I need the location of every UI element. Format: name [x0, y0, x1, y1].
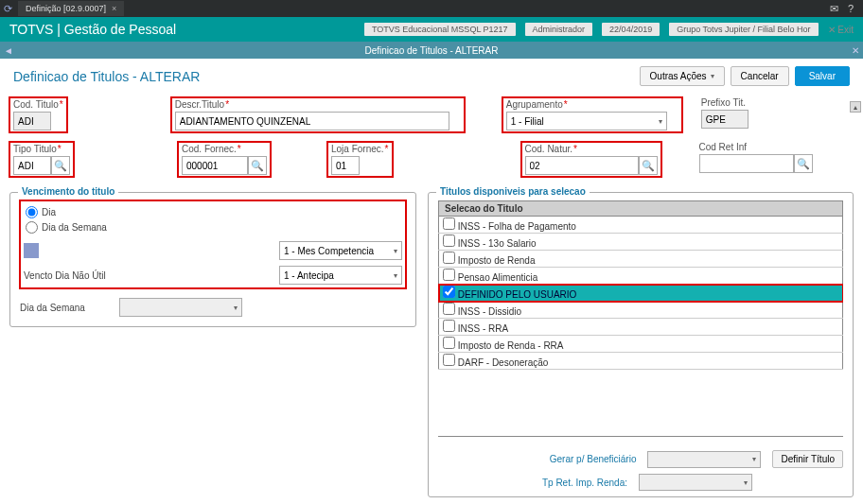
dia-semana-select[interactable]: [119, 298, 242, 317]
radio-dia-semana[interactable]: Dia da Semana: [26, 221, 400, 234]
row-checkbox[interactable]: [443, 235, 455, 247]
row-checkbox[interactable]: [443, 252, 455, 264]
field-cod-natur: Cod. Natur. 🔍: [521, 142, 661, 177]
scroll-up-icon[interactable]: ▴: [850, 101, 861, 113]
row-label: INSS - Folha de Pagamento: [455, 221, 576, 232]
page-title: Definicao de Titulos - ALTERAR: [13, 69, 200, 84]
vencimento-radio-group: Dia Dia da Semana: [24, 204, 402, 235]
agrupamento-select[interactable]: 1 - Filial: [506, 112, 667, 130]
cancel-button[interactable]: Cancelar: [731, 66, 789, 86]
vencimento-legend: Vencimento do titulo: [18, 186, 118, 197]
tipo-titulo-label: Tipo Titulo: [13, 144, 70, 154]
tp-ret-label: Tp Ret. Imp. Renda:: [542, 478, 627, 488]
dialog-title: Definicao de Titulos - ALTERAR: [365, 45, 499, 56]
row-label: INSS - 13o Salario: [455, 238, 537, 249]
table-row[interactable]: DEFINIDO PELO USUARIO: [439, 285, 843, 302]
cod-fornec-label: Cod. Fornec.: [182, 144, 267, 154]
company-chip: Grupo Totvs Jupiter / Filial Belo Hor: [669, 23, 818, 36]
row-checkbox[interactable]: [443, 286, 455, 298]
help-icon[interactable]: ?: [848, 3, 854, 15]
tab-definicao[interactable]: Definição [02.9.0007] ×: [18, 1, 124, 16]
titulos-legend: Titulos disponiveis para selecao: [436, 186, 590, 197]
app-title: TOTVS | Gestão de Pessoal: [9, 22, 176, 37]
table-row[interactable]: INSS - Folha de Pagamento: [439, 217, 843, 234]
cod-ret-label: Cod Ret Inf: [699, 142, 813, 152]
descr-titulo-input[interactable]: [175, 112, 449, 130]
vencto-select[interactable]: 1 - Antecipa: [279, 266, 402, 285]
prefixo-input[interactable]: [701, 110, 749, 129]
gerar-select[interactable]: [647, 451, 761, 468]
tab-bar: ⟳ Definição [02.9.0007] × ✉ ?: [0, 0, 863, 17]
vencto-label: Vencto Dia Não Útil: [24, 270, 114, 281]
row-checkbox[interactable]: [443, 337, 455, 349]
row-label: INSS - RRA: [455, 323, 508, 334]
field-prefixo: Prefixo Tit.: [701, 97, 749, 132]
row-checkbox[interactable]: [443, 217, 455, 230]
tp-ret-select[interactable]: [639, 474, 752, 491]
header-right: TOTVS Educacional MSSQL P1217 Administra…: [364, 23, 854, 36]
close-icon[interactable]: ×: [112, 4, 116, 13]
cod-ret-input[interactable]: [699, 154, 794, 173]
cod-natur-input[interactable]: [525, 156, 639, 175]
row-checkbox[interactable]: [443, 320, 455, 332]
dialog-titlebar: ◄ Definicao de Titulos - ALTERAR ✕: [0, 42, 863, 59]
cod-fornec-input[interactable]: [182, 156, 248, 175]
search-icon[interactable]: 🔍: [639, 156, 658, 175]
row-label: DARF - Desoneração: [455, 357, 548, 368]
system-icons: ✉ ?: [830, 3, 859, 15]
back-icon[interactable]: ◄: [4, 45, 13, 56]
app-header: TOTVS | Gestão de Pessoal TOTVS Educacio…: [0, 17, 863, 42]
refresh-icon[interactable]: ⟳: [4, 3, 12, 15]
definir-titulo-button[interactable]: Definir Título: [772, 450, 843, 468]
titulos-header: Selecao do Titulo: [439, 201, 843, 217]
search-icon[interactable]: 🔍: [51, 156, 70, 175]
table-row[interactable]: DARF - Desoneração: [439, 353, 843, 370]
outras-acoes-button[interactable]: Outras Ações: [640, 66, 725, 86]
field-cod-ret: Cod Ret Inf 🔍: [699, 142, 813, 177]
form-scrollbar[interactable]: ▴: [850, 101, 861, 113]
loja-fornec-label: Loja Fornec.: [331, 144, 389, 154]
titulos-fieldset: Titulos disponiveis para selecao Selecao…: [428, 192, 854, 497]
env-chip: TOTVS Educacional MSSQL P1217: [364, 23, 516, 36]
row-label: DEFINIDO PELO USUARIO: [455, 289, 576, 300]
form-area: ▴ Cod. Titulo Descr.Titulo Agrupamento 1…: [0, 94, 863, 190]
field-loja-fornec: Loja Fornec.: [327, 142, 393, 177]
descr-titulo-label: Descr.Titulo: [175, 99, 461, 110]
search-icon[interactable]: 🔍: [248, 156, 267, 175]
search-icon[interactable]: 🔍: [794, 154, 813, 173]
save-button[interactable]: Salvar: [795, 66, 850, 86]
row-label: Imposto de Renda - RRA: [455, 340, 564, 351]
cod-titulo-label: Cod. Titulo: [13, 99, 63, 110]
date-chip: 22/04/2019: [602, 23, 660, 36]
tab-label: Definição [02.9.0007]: [26, 4, 106, 13]
table-row[interactable]: Imposto de Renda: [439, 251, 843, 268]
cod-natur-label: Cod. Natur.: [525, 144, 658, 154]
mes-ref-select[interactable]: 1 - Mes Competencia: [279, 241, 402, 260]
mail-icon[interactable]: ✉: [830, 3, 838, 15]
prefixo-label: Prefixo Tit.: [701, 97, 749, 108]
field-descr-titulo: Descr.Titulo: [171, 97, 465, 132]
dia-semana-label: Dia da Semana: [20, 303, 110, 313]
table-row[interactable]: INSS - RRA: [439, 319, 843, 336]
user-chip: Administrador: [525, 23, 593, 36]
titulos-table: Selecao do Titulo INSS - Folha de Pagame…: [438, 200, 843, 370]
table-row[interactable]: INSS - 13o Salario: [439, 234, 843, 251]
radio-dia[interactable]: Dia: [26, 206, 400, 218]
tipo-titulo-input[interactable]: [13, 156, 51, 175]
calendar-icon[interactable]: [24, 243, 39, 258]
cod-titulo-input[interactable]: [13, 112, 51, 130]
row-checkbox[interactable]: [443, 354, 455, 366]
field-tipo-titulo: Tipo Titulo 🔍: [9, 142, 74, 177]
table-row[interactable]: Imposto de Renda - RRA: [439, 336, 843, 353]
field-cod-titulo: Cod. Titulo: [9, 97, 67, 132]
row-checkbox[interactable]: [443, 269, 455, 281]
field-cod-fornec: Cod. Fornec. 🔍: [178, 142, 271, 177]
page-title-row: Definicao de Titulos - ALTERAR Outras Aç…: [0, 59, 863, 94]
close-dialog-icon[interactable]: ✕: [852, 45, 859, 56]
table-row[interactable]: Pensao Alimenticia: [439, 268, 843, 285]
loja-fornec-input[interactable]: [331, 156, 360, 175]
exit-button[interactable]: ✕ Exit: [828, 25, 854, 35]
table-row[interactable]: INSS - Dissidio: [439, 302, 843, 319]
row-label: Imposto de Renda: [455, 255, 536, 266]
row-checkbox[interactable]: [443, 303, 455, 315]
